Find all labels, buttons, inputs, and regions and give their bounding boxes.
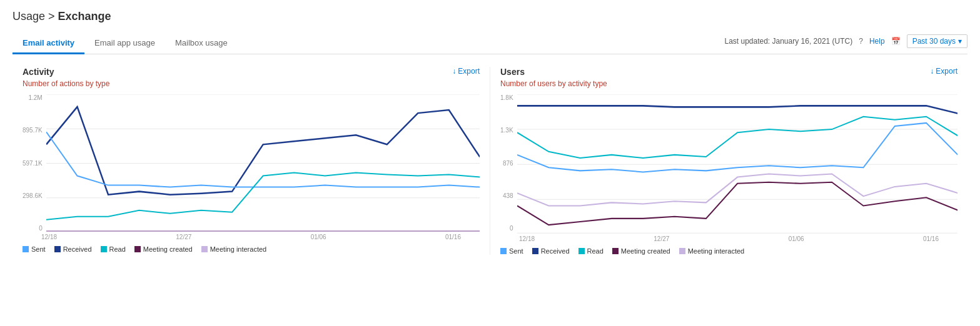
header-right: Last updated: January 16, 2021 (UTC) ? H… <box>724 34 967 53</box>
activity-y-labels: 1.2M 895.7K 597.1K 298.6K 0 <box>23 94 46 232</box>
users-legend-sent: Sent <box>500 247 523 255</box>
tabs: Email activity Email app usage Mailbox u… <box>13 33 238 54</box>
users-panel: Users ↓ Export Number of users by activi… <box>490 67 967 255</box>
legend-sent: Sent <box>23 245 46 253</box>
download-icon: ↓ <box>452 67 456 76</box>
users-chart-subtitle: Number of users by activity type <box>500 79 957 88</box>
y-label-2: 597.1K <box>23 160 43 167</box>
users-x-labels: 12/18 12/27 01/06 01/16 <box>500 235 957 242</box>
activity-export-label: Export <box>458 67 480 76</box>
users-legend-meeting-created-label: Meeting created <box>621 247 670 255</box>
users-chart-svg <box>517 94 957 234</box>
users-legend-meeting-interacted-label: Meeting interacted <box>688 247 745 255</box>
activity-chart-svg <box>46 94 480 232</box>
legend-received: Received <box>54 245 92 253</box>
uy-label-2: 876 <box>503 160 513 167</box>
users-export-label: Export <box>936 67 957 76</box>
legend-meeting-interacted-dot <box>201 246 208 252</box>
activity-chart-body: 1.2M 895.7K 597.1K 298.6K 0 <box>23 94 480 232</box>
y-label-1: 895.7K <box>23 127 43 134</box>
date-filter-label: Past 30 days <box>912 37 956 46</box>
legend-received-dot <box>54 246 61 252</box>
users-legend-meeting-interacted-dot <box>679 248 685 254</box>
users-svg-container <box>517 94 957 234</box>
users-chart-title: Users <box>500 67 525 77</box>
ux-label-3: 01/16 <box>923 235 939 242</box>
users-legend-sent-label: Sent <box>509 247 523 255</box>
legend-meeting-created-dot <box>134 246 141 252</box>
users-export-button[interactable]: ↓ Export <box>930 67 957 76</box>
legend-meeting-interacted-label: Meeting interacted <box>210 245 267 253</box>
tab-email-activity[interactable]: Email activity <box>13 33 84 54</box>
users-legend-received-dot <box>532 248 538 254</box>
date-filter-dropdown[interactable]: Past 30 days ▾ <box>907 34 967 48</box>
users-legend-meeting-created: Meeting created <box>612 247 670 255</box>
question-mark-icon[interactable]: ? <box>859 37 863 46</box>
legend-read-label: Read <box>109 245 126 253</box>
y-label-3: 298.6K <box>23 192 43 199</box>
activity-panel: Activity ↓ Export Number of actions by t… <box>13 67 490 255</box>
uy-label-0: 1.8K <box>500 94 513 101</box>
legend-sent-label: Sent <box>31 245 46 253</box>
users-legend-received-label: Received <box>541 247 570 255</box>
users-legend: Sent Received Read Meeting created Meeti… <box>500 247 957 255</box>
tab-email-app-usage[interactable]: Email app usage <box>84 33 165 54</box>
users-chart-body: 1.8K 1.3K 876 438 0 <box>500 94 957 234</box>
tabs-bar: Email activity Email app usage Mailbox u… <box>13 33 967 54</box>
legend-sent-dot <box>23 246 29 252</box>
legend-meeting-interacted: Meeting interacted <box>201 245 267 253</box>
ux-label-1: 12/27 <box>654 235 669 242</box>
x-label-1: 12/27 <box>176 234 191 240</box>
charts-container: Activity ↓ Export Number of actions by t… <box>13 67 967 255</box>
ux-label-0: 12/18 <box>519 235 535 242</box>
page-container: Usage > Exchange Email activity Email ap… <box>0 0 980 265</box>
users-chart-header: Users ↓ Export <box>500 67 957 77</box>
users-legend-read-dot <box>578 248 585 254</box>
users-legend-meeting-interacted: Meeting interacted <box>679 247 745 255</box>
breadcrumb-title: Exchange <box>58 10 111 22</box>
x-label-2: 01/06 <box>311 234 326 240</box>
users-legend-read: Read <box>578 247 604 255</box>
tab-mailbox-usage[interactable]: Mailbox usage <box>165 33 238 54</box>
users-legend-meeting-created-dot <box>612 248 619 254</box>
legend-meeting-created: Meeting created <box>134 245 193 253</box>
activity-x-labels: 12/18 12/27 01/06 01/16 <box>23 234 480 240</box>
x-label-3: 01/16 <box>445 234 461 240</box>
last-updated-text: Last updated: January 16, 2021 (UTC) <box>724 37 852 46</box>
activity-chart-title: Activity <box>23 67 54 77</box>
legend-read: Read <box>101 245 126 253</box>
users-legend-read-label: Read <box>587 247 604 255</box>
breadcrumb: Usage > Exchange <box>13 10 967 23</box>
activity-export-button[interactable]: ↓ Export <box>452 67 480 76</box>
users-legend-sent-dot <box>500 248 507 254</box>
y-label-4: 0 <box>39 225 43 232</box>
users-legend-received: Received <box>532 247 570 255</box>
chevron-down-icon: ▾ <box>958 37 962 46</box>
activity-legend: Sent Received Read Meeting created Meeti… <box>23 245 480 253</box>
y-label-0: 1.2M <box>28 94 42 101</box>
x-label-0: 12/18 <box>41 234 57 240</box>
activity-svg-container <box>46 94 480 232</box>
uy-label-3: 438 <box>503 192 513 199</box>
activity-chart-subtitle: Number of actions by type <box>23 79 480 88</box>
uy-label-4: 0 <box>510 225 513 232</box>
legend-read-dot <box>101 246 107 252</box>
calendar-icon: 📅 <box>891 37 901 46</box>
users-y-labels: 1.8K 1.3K 876 438 0 <box>500 94 517 232</box>
activity-chart-header: Activity ↓ Export <box>23 67 480 77</box>
legend-received-label: Received <box>63 245 92 253</box>
download-icon-2: ↓ <box>930 67 934 76</box>
ux-label-2: 01/06 <box>789 235 804 242</box>
help-link[interactable]: Help <box>869 37 885 46</box>
uy-label-1: 1.3K <box>500 127 513 134</box>
legend-meeting-created-label: Meeting created <box>143 245 193 253</box>
breadcrumb-prefix: Usage > <box>13 10 58 22</box>
